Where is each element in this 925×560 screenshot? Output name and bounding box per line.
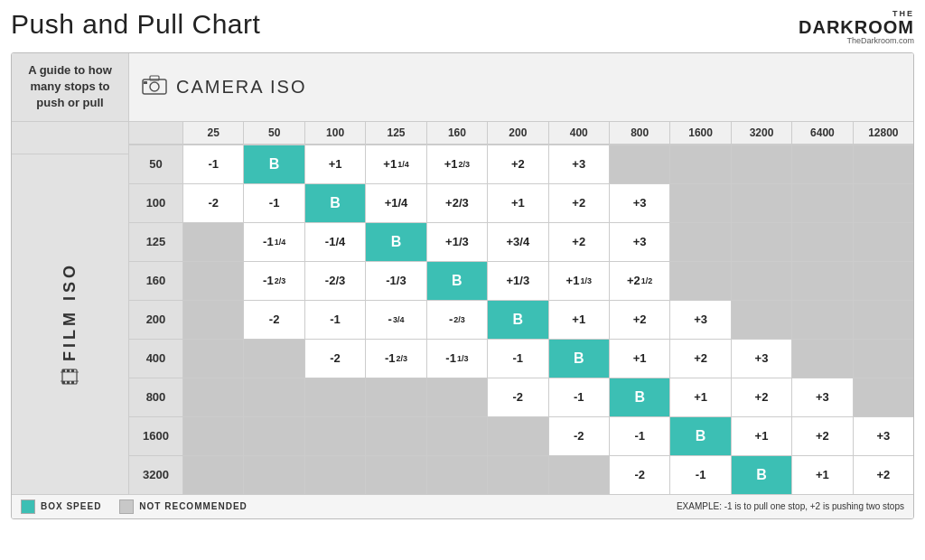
data-cell xyxy=(244,417,304,455)
data-cell xyxy=(732,301,792,339)
box-speed-label: BOX SPEED xyxy=(41,501,101,511)
table-row: 1600-2-1B+1+2+3 xyxy=(129,416,913,455)
brand-dark: DARK xyxy=(799,17,855,37)
data-cell xyxy=(305,378,366,416)
data-cell xyxy=(427,378,488,416)
film-iso-side: FILM ISO xyxy=(12,154,128,494)
data-cell xyxy=(670,184,731,222)
data-cell: -2 xyxy=(549,417,610,455)
data-cell: +1 xyxy=(732,417,792,455)
table-row: 125-1 1/4-1/4B+1/3+3/4+2+3 xyxy=(129,222,913,261)
table-row: 100-2-1B+1/4+2/3+1+2+3 xyxy=(129,183,913,222)
data-cell: -2 xyxy=(488,378,548,416)
box-speed-swatch xyxy=(21,499,35,514)
film-iso-row-label: 800 xyxy=(129,378,183,416)
col-header-200: 200 xyxy=(488,122,548,144)
data-cell: +2 xyxy=(732,378,792,416)
legend-not-recommended: NOT RECOMMENDED xyxy=(119,499,247,514)
data-cell xyxy=(183,301,244,339)
data-cell xyxy=(792,301,853,339)
data-cell xyxy=(854,223,913,261)
data-cell xyxy=(792,184,853,222)
data-cell: B xyxy=(732,456,792,494)
film-iso-row-label: 3200 xyxy=(129,456,183,494)
page-wrapper: Push and Pull Chart THE DARKROOM TheDark… xyxy=(0,0,925,560)
data-cell: +2 xyxy=(488,145,548,183)
data-cell: +2 xyxy=(670,340,731,378)
data-cell xyxy=(670,145,731,183)
col-header-row: 255010012516020040080016003200640012800 xyxy=(129,122,913,145)
data-cell xyxy=(366,378,426,416)
data-cell xyxy=(427,417,488,455)
film-iso-row-label: 1600 xyxy=(129,417,183,455)
film-iso-row-label: 50 xyxy=(129,145,183,183)
data-cell xyxy=(305,417,366,455)
data-cell xyxy=(488,417,548,455)
data-rows-container: 50-1B+1+1 1/4+1 2/3+2+3100-2-1B+1/4+2/3+… xyxy=(129,145,913,494)
data-cell: +1 xyxy=(670,378,731,416)
data-cell xyxy=(183,456,244,494)
col-header-125: 125 xyxy=(366,122,426,144)
data-cell: +3 xyxy=(610,223,670,261)
data-cell: +1/3 xyxy=(488,262,548,300)
data-cell: -1 xyxy=(488,340,548,378)
brand-name: DARKROOM xyxy=(799,18,914,36)
data-cell: - 3/4 xyxy=(366,301,426,339)
col-header-spacer xyxy=(12,122,128,154)
top-section: A guide to how many stops to push or pul… xyxy=(12,53,913,122)
col-header-25: 25 xyxy=(183,122,244,144)
data-cell: -2/3 xyxy=(305,262,366,300)
data-cell xyxy=(610,145,670,183)
data-cell xyxy=(366,417,426,455)
data-cell xyxy=(183,223,244,261)
data-cell xyxy=(183,378,244,416)
film-iso-label: FILM ISO xyxy=(61,262,79,387)
data-cell: -1 xyxy=(183,145,244,183)
data-cell xyxy=(366,456,426,494)
legend-box-speed: BOX SPEED xyxy=(21,499,101,514)
data-cell: +1 1/3 xyxy=(549,262,610,300)
brand-room: ROOM xyxy=(855,17,914,37)
data-cell xyxy=(183,417,244,455)
data-cell xyxy=(244,378,304,416)
data-cell xyxy=(427,456,488,494)
left-col: FILM ISO xyxy=(12,122,129,494)
col-header-160: 160 xyxy=(427,122,488,144)
not-recommended-label: NOT RECOMMENDED xyxy=(139,501,247,511)
data-cell xyxy=(670,223,731,261)
data-cell xyxy=(854,262,913,300)
data-cell: +2 xyxy=(549,184,610,222)
data-cell xyxy=(854,184,913,222)
film-iso-text: FILM ISO xyxy=(61,262,79,361)
col-header-50: 50 xyxy=(244,122,304,144)
film-iso-row-label: 125 xyxy=(129,223,183,261)
data-cell: B xyxy=(366,223,426,261)
film-iso-row-label: 160 xyxy=(129,262,183,300)
film-iso-row-label: 200 xyxy=(129,301,183,339)
main-section: FILM ISO 2550100125160200400800160032006… xyxy=(12,122,913,494)
data-cell xyxy=(732,223,792,261)
data-cell: +1/3 xyxy=(427,223,488,261)
data-cell: +1 xyxy=(305,145,366,183)
table-row: 3200-2-1B+1+2 xyxy=(129,455,913,494)
data-cell: -2 xyxy=(305,340,366,378)
col-header-400: 400 xyxy=(549,122,610,144)
camera-iso-label: CAMERA ISO xyxy=(176,77,306,98)
data-cell xyxy=(732,184,792,222)
data-cell: +3 xyxy=(549,145,610,183)
svg-point-1 xyxy=(150,82,159,91)
data-cell: +1 1/4 xyxy=(366,145,426,183)
data-cell xyxy=(732,262,792,300)
data-cell: -1/3 xyxy=(366,262,426,300)
data-cell: -1 2/3 xyxy=(366,340,426,378)
data-cell: -1 xyxy=(610,417,670,455)
data-cell: +1 xyxy=(792,456,853,494)
data-cell: -1/4 xyxy=(305,223,366,261)
data-cell: -1 1/4 xyxy=(244,223,304,261)
table-row: 800-2-1B+1+2+3 xyxy=(129,378,913,416)
footer-row: BOX SPEED NOT RECOMMENDED EXAMPLE: -1 is… xyxy=(12,494,913,518)
data-cell: +2 xyxy=(854,456,913,494)
table-row: 400-2-1 2/3-1 1/3-1B+1+2+3 xyxy=(129,339,913,378)
data-cell: +1 xyxy=(610,340,670,378)
brand-url: TheDarkroom.com xyxy=(846,36,914,45)
